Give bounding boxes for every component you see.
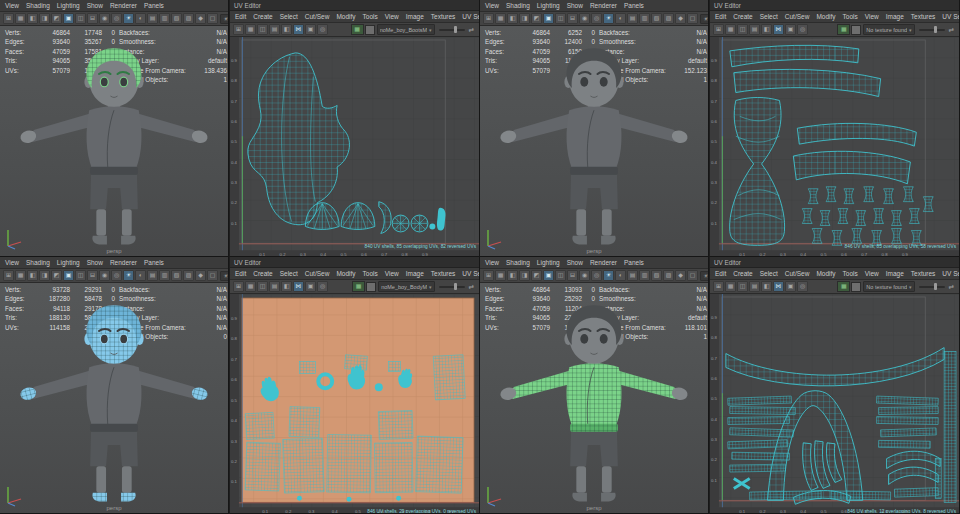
toolbar-icon[interactable]: ◆ [675,13,686,24]
toolbar-icon[interactable]: ⊞ [3,270,14,281]
toolbar-icon[interactable]: ▣ [543,13,554,24]
menu-item[interactable]: UV Sets [462,13,480,20]
menu-item[interactable]: Modify [816,13,835,20]
toolbar-icon[interactable]: ▧ [171,270,182,281]
slider-thumb[interactable] [454,283,457,290]
toolbar-icon[interactable]: ◫ [75,270,86,281]
texture-select[interactable]: No texture found▾ [863,281,914,292]
toolbar-icon[interactable]: ◉ [99,13,110,24]
toolbar-icon[interactable]: ▦ [725,281,736,292]
texture-select[interactable]: noMe_boy_BootsM▾ [377,24,435,35]
uv-canvas[interactable]: 0.90.80.70.60.50.40.30.20.1 0.10.20.30.4… [710,294,959,514]
toolbar-icon[interactable]: ◧ [27,270,38,281]
texture-select[interactable]: noMe_boy_BodyM▾ [378,281,434,292]
viewport-3d-view[interactable]: Verts:46864177480Edges:93640352670Faces:… [0,26,228,256]
image-dim-slider[interactable] [919,29,945,31]
menu-item[interactable]: View [385,13,399,20]
exposure-field[interactable]: ☀0.00 [700,271,709,281]
toolbar-icon[interactable]: ◧ [281,281,292,292]
menu-item[interactable]: Lighting [537,259,560,266]
toolbar-icon[interactable]: ◉ [99,270,110,281]
slider-thumb[interactable] [934,283,937,290]
toolbar-icon[interactable]: ▣ [63,270,74,281]
menu-item[interactable]: Select [280,270,298,277]
menu-item[interactable]: Tools [363,13,378,20]
toolbar-icon[interactable]: ◩ [531,270,542,281]
toolbar-icon[interactable]: ◨ [519,13,530,24]
toolbar-icon[interactable]: ◨ [519,270,530,281]
toolbar-icon[interactable]: ◧ [761,281,772,292]
menu-item[interactable]: Shading [506,259,530,266]
toolbar-icon[interactable]: ◫ [555,13,566,24]
toolbar-icon[interactable]: ▦ [245,281,256,292]
toolbar-icon[interactable]: ⊞ [3,13,14,24]
expand-icon[interactable]: ⇄ [469,283,474,291]
menu-item[interactable]: Show [567,259,583,266]
toolbar-icon[interactable]: ▣ [305,281,316,292]
toolbar-icon[interactable]: ◩ [51,13,62,24]
viewport-3d-view[interactable]: Verts:46864130930Edges:93640252920Faces:… [480,283,708,513]
menu-item[interactable]: View [865,270,879,277]
toolbar-icon[interactable]: ◆ [195,13,206,24]
toolbar-icon[interactable]: ⊟ [567,270,578,281]
menu-item[interactable]: UV Sets [462,270,480,277]
uv-canvas[interactable]: 0.90.80.70.60.50.40.30.20.1 0.10.20.30.4… [230,294,479,514]
menu-item[interactable]: Tools [843,13,858,20]
toolbar-icon[interactable]: ◆ [195,270,206,281]
toolbar-icon[interactable]: ▢ [207,13,218,24]
menu-item[interactable]: Create [253,13,273,20]
toolbar-icon[interactable]: ▢ [687,270,698,281]
toolbar-icon[interactable]: ▦ [725,24,736,35]
toolbar-icon[interactable]: ▤ [147,13,158,24]
toolbar-icon[interactable]: ▦ [245,24,256,35]
toolbar-icon[interactable]: ◉ [579,13,590,24]
texture-swatch[interactable] [366,282,376,292]
expand-icon[interactable]: ⇄ [469,26,474,34]
menu-item[interactable]: UV Sets [942,13,960,20]
toolbar-icon[interactable]: ◐ [615,13,626,24]
menu-item[interactable]: View [385,270,399,277]
menu-item[interactable]: Create [733,270,753,277]
character-model[interactable] [497,36,692,248]
toolbar-icon[interactable]: ◎ [111,270,122,281]
menu-item[interactable]: Show [87,259,103,266]
menu-item[interactable]: Shading [26,259,50,266]
toolbar-icon[interactable]: ▣ [785,281,796,292]
uv-canvas[interactable]: 0.90.80.70.60.50.40.30.20.1 0.10.20.30.4… [710,37,959,257]
image-dim-slider[interactable] [439,29,465,31]
toolbar-icon[interactable]: ◎ [317,24,328,35]
toolbar-icon[interactable]: ▥ [639,270,650,281]
toolbar-icon[interactable]: ▧ [171,13,182,24]
slider-thumb[interactable] [454,26,457,33]
toolbar-icon[interactable]: ◐ [615,270,626,281]
toolbar-icon[interactable]: ⊟ [87,270,98,281]
menu-item[interactable]: View [5,2,19,9]
menu-item[interactable]: Textures [431,13,456,20]
toolbar-icon[interactable]: ▨ [663,13,674,24]
toolbar-icon[interactable]: ▣ [543,270,554,281]
menu-item[interactable]: Panels [144,2,164,9]
menu-item[interactable]: Edit [715,270,726,277]
toolbar-icon[interactable]: ▤ [269,24,280,35]
toolbar-icon[interactable]: ▣ [785,24,796,35]
menu-item[interactable]: View [485,259,499,266]
menu-item[interactable]: Cut/Sew [785,13,810,20]
toolbar-icon[interactable]: ◧ [507,13,518,24]
checker-display-icon[interactable]: ▦ [352,281,365,292]
menu-item[interactable]: Select [280,13,298,20]
toolbar-icon[interactable]: ▧ [651,13,662,24]
toolbar-icon[interactable]: ◫ [737,281,748,292]
uv-canvas[interactable]: 0.90.80.70.60.50.40.30.20.1 0.10.20.30.4… [230,37,479,257]
menu-item[interactable]: View [5,259,19,266]
exposure-field[interactable]: ☀0.00 [700,14,709,24]
menu-item[interactable]: Select [760,270,778,277]
menu-item[interactable]: Panels [144,259,164,266]
toolbar-icon[interactable]: ⊟ [567,13,578,24]
menu-item[interactable]: Textures [911,270,936,277]
toolbar-icon[interactable]: ◫ [257,281,268,292]
toolbar-icon[interactable]: ⊞ [483,270,494,281]
menu-item[interactable]: Tools [363,270,378,277]
toolbar-icon[interactable]: ▦ [495,270,506,281]
viewport-3d-view[interactable]: Verts:93728292910Edges:187280584780Faces… [0,283,228,513]
toolbar-icon[interactable]: ◧ [281,24,292,35]
